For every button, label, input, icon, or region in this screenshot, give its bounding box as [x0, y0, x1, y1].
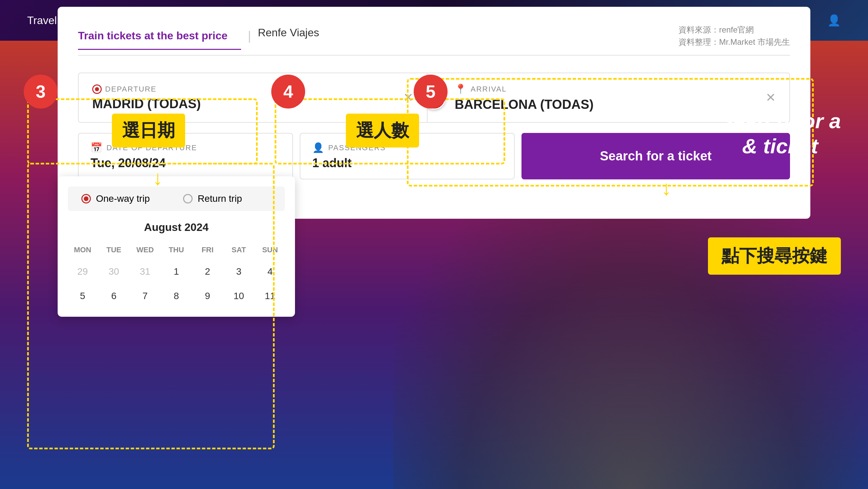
date-field[interactable]: 📅 DATE OF DEPARTURE Tue, 20/08/24	[78, 133, 293, 179]
search-ticket-text-line2: & ticket	[719, 134, 841, 159]
calendar-icon: 📅	[91, 142, 103, 153]
cal-day-3[interactable]: 3	[224, 261, 254, 282]
departure-value: MADRID (TODAS)	[92, 97, 413, 111]
calendar-dropdown: One-way trip Return trip August 2024 MON…	[58, 176, 295, 317]
arrow-to-search: ↓	[661, 176, 671, 200]
arrival-clear-icon[interactable]: ✕	[766, 91, 776, 105]
cal-day-10[interactable]: 10	[224, 286, 254, 307]
search-ticket-text-line1: Search for a	[719, 109, 841, 134]
cn-date-label: 選日期	[112, 114, 185, 148]
arrival-label: 📍 ARRIVAL	[455, 83, 776, 95]
passengers-value: 1 adult	[312, 156, 502, 170]
tab-train-tickets[interactable]: Train tickets at the best price	[78, 30, 241, 50]
annotation-bubble-3: 3	[24, 75, 58, 109]
arrival-pin-icon: 📍	[455, 83, 467, 95]
return-radio[interactable]	[183, 194, 193, 203]
departure-dot-icon	[92, 84, 102, 94]
cal-day-7[interactable]: 7	[130, 286, 160, 307]
cal-sun: SUN	[255, 242, 285, 258]
cal-day-5[interactable]: 5	[68, 286, 97, 307]
cal-tue: TUE	[99, 242, 129, 258]
trip-type-selector: One-way trip Return trip	[68, 187, 285, 211]
tab-renfe-viajes[interactable]: Renfe Viajes	[258, 26, 333, 46]
one-way-radio[interactable]	[81, 194, 91, 203]
calendar-week2: 5 6 7 8 9 10 11	[68, 286, 285, 307]
tab-meta: 資料來源：renfe官網 資料整理：Mr.Market 市場先生	[678, 24, 790, 48]
tab-bar: Train tickets at the best price | Renfe …	[78, 24, 790, 56]
calendar-month: August 2024	[68, 221, 285, 234]
cal-day-9[interactable]: 9	[193, 286, 222, 307]
cal-day-31[interactable]: 31	[130, 261, 160, 282]
cal-mon: MON	[68, 242, 97, 258]
stadium-image	[393, 184, 868, 489]
cal-fri: FRI	[193, 242, 222, 258]
cal-day-6[interactable]: 6	[99, 286, 129, 307]
cal-day-1[interactable]: 1	[161, 261, 191, 282]
cn-passengers-label: 選人數	[346, 114, 419, 148]
cal-day-2[interactable]: 2	[193, 261, 222, 282]
cal-day-11[interactable]: 11	[255, 286, 285, 307]
annotation-bubble-5: 5	[414, 75, 448, 109]
cn-click-search-label: 點下搜尋按鍵	[708, 237, 841, 275]
arrow-to-calendar: ↓	[153, 166, 163, 190]
annotation-bubble-4: 4	[271, 75, 305, 109]
cal-day-8[interactable]: 8	[161, 286, 191, 307]
cal-wed: WED	[130, 242, 160, 258]
cal-thu: THU	[161, 242, 191, 258]
user-icon[interactable]: 👤	[827, 14, 841, 27]
departure-label: DEPARTURE	[92, 84, 413, 94]
cal-sat: SAT	[224, 242, 254, 258]
person-icon: 👤	[312, 142, 325, 153]
calendar-grid-header: MON TUE WED THU FRI SAT SUN	[68, 242, 285, 258]
cal-day-4[interactable]: 4	[255, 261, 285, 282]
return-option[interactable]: Return trip	[176, 190, 278, 208]
departure-clear-icon[interactable]: ✕	[403, 91, 413, 105]
cal-day-29[interactable]: 29	[68, 261, 97, 282]
cal-day-30[interactable]: 30	[99, 261, 129, 282]
date-value: Tue, 20/08/24	[91, 156, 280, 170]
one-way-option[interactable]: One-way trip	[75, 190, 176, 208]
search-ticket-annotation: Search for a & ticket	[719, 109, 841, 159]
calendar-week1: 29 30 31 1 2 3 4	[68, 261, 285, 282]
